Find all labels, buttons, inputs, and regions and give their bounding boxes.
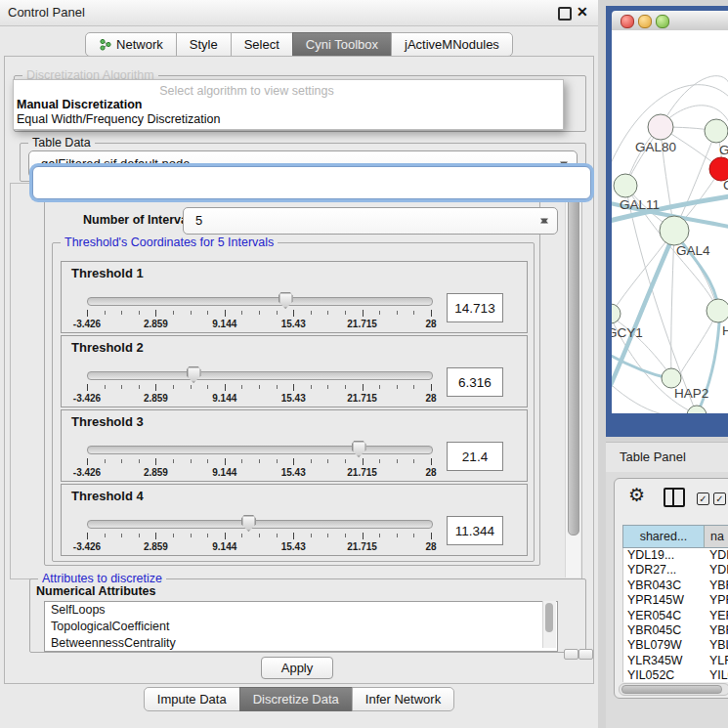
tick-mark: [173, 311, 174, 315]
tab-label: Cyni Toolbox: [306, 37, 378, 52]
table-row[interactable]: YLR345WYLR3: [623, 654, 728, 668]
tab-label: Network: [116, 37, 163, 52]
scroll-button[interactable]: [578, 649, 593, 660]
horizontal-scrollbar[interactable]: [619, 683, 728, 696]
column-header-shared-name[interactable]: shared...: [622, 525, 705, 548]
table-row[interactable]: YDL19...YDL1: [623, 548, 728, 563]
scale-label: 2.859: [144, 467, 168, 478]
cell-shared-name: YDR27...: [627, 563, 676, 578]
scale-label: -3.426: [73, 319, 101, 329]
threshold-value-input[interactable]: [447, 442, 503, 471]
network-node-hap2[interactable]: [662, 368, 681, 388]
table-row[interactable]: YBR043CYBR0: [623, 578, 728, 593]
minimize-traffic-light[interactable]: [638, 15, 652, 28]
tick-mark: [259, 459, 260, 463]
attribute-item-betweennesscentrality[interactable]: BetweennessCentrality: [45, 635, 557, 652]
tick-mark: [155, 384, 156, 391]
apply-button[interactable]: Apply: [261, 657, 333, 679]
slider-thumb[interactable]: [241, 515, 256, 532]
tab-jactivemnodules[interactable]: jActiveMNodules: [391, 32, 513, 57]
tab-select[interactable]: Select: [231, 32, 293, 57]
tick-mark: [413, 311, 414, 315]
list-scrollbar[interactable]: [542, 601, 556, 648]
threshold-label: Threshold 2: [71, 340, 144, 355]
tick-mark: [105, 385, 106, 389]
tab-style[interactable]: Style: [176, 32, 232, 57]
scrollbar-thumb[interactable]: [621, 685, 722, 694]
tick-mark: [225, 533, 226, 539]
threshold-label: Threshold 1: [71, 266, 144, 280]
attribute-item-selfloops[interactable]: SelfLoops: [45, 602, 557, 619]
table-row[interactable]: YDR27...YDR2: [623, 563, 728, 578]
threshold-value-input[interactable]: [447, 293, 503, 322]
threshold-value-input[interactable]: [447, 516, 503, 545]
slider-ticks: [87, 458, 431, 466]
zoom-traffic-light[interactable]: [656, 15, 669, 28]
tab-discretize-data[interactable]: Discretize Data: [239, 687, 353, 711]
network-node[interactable]: [687, 406, 707, 413]
scrollbar-thumb[interactable]: [545, 603, 553, 632]
algorithm-option-equal-width-frequency-discretization[interactable]: Equal Width/Frequency Discretization: [14, 112, 563, 127]
scroll-button[interactable]: [564, 649, 578, 660]
intervals-combobox[interactable]: 5: [183, 207, 558, 235]
checkbox-icon[interactable]: ✓: [697, 492, 709, 505]
scrollbar-thumb[interactable]: [568, 196, 579, 535]
checkbox-icon[interactable]: ✓: [713, 492, 726, 505]
tick-mark: [327, 385, 328, 389]
slider-thumb[interactable]: [352, 441, 366, 457]
tab-label: Impute Data: [157, 692, 227, 707]
network-node-ga[interactable]: [705, 119, 728, 143]
cell-shared-name: YBR045C: [627, 623, 681, 638]
slider-thumb[interactable]: [187, 366, 201, 383]
tick-mark: [173, 385, 174, 389]
tick-mark: [397, 311, 398, 315]
table-row[interactable]: YBL079WYBL0: [623, 638, 728, 653]
tick-mark: [379, 534, 380, 537]
float-window-icon[interactable]: [558, 7, 572, 21]
column-header-name[interactable]: na: [704, 525, 728, 548]
combo-spinner-icon: [540, 215, 548, 228]
close-traffic-light[interactable]: [621, 15, 634, 28]
tab-label: jActiveMNodules: [405, 37, 499, 52]
tick-mark: [259, 534, 260, 537]
threshold-slider[interactable]: -3.4262.8599.14415.4321.71528: [87, 289, 431, 330]
network-node-gcy1[interactable]: [612, 304, 621, 323]
tick-mark: [207, 311, 208, 315]
slider-thumb[interactable]: [278, 292, 293, 309]
popup-placeholder: Select algorithm to view settings: [14, 83, 563, 98]
columns-icon[interactable]: [664, 488, 685, 507]
tick-mark: [121, 311, 122, 315]
scale-label: 9.144: [212, 541, 236, 552]
network-node-h[interactable]: [707, 299, 728, 322]
tab-cyni-toolbox[interactable]: Cyni Toolbox: [292, 32, 392, 57]
control-panel: Control Panel ✕ NetworkStyleSelectCyni T…: [0, 0, 598, 728]
table-row[interactable]: YER054CYER0: [623, 609, 728, 623]
network-node-gal80[interactable]: [648, 114, 673, 140]
threshold-slider[interactable]: -3.4262.8599.14415.4321.71528: [87, 364, 431, 405]
network-node-gal11[interactable]: [614, 174, 637, 197]
network-node-gal4[interactable]: [660, 216, 689, 245]
threshold-slider[interactable]: -3.4262.8599.14415.4321.71528: [87, 438, 431, 479]
tick-mark: [173, 534, 174, 537]
tick-mark: [327, 459, 328, 463]
tab-network[interactable]: Network: [85, 32, 177, 57]
threshold-value-input[interactable]: [447, 367, 503, 397]
table-row[interactable]: YPR145WYPR1: [623, 593, 728, 608]
tick-mark: [259, 385, 260, 389]
vertical-scrollbar[interactable]: [565, 185, 580, 578]
close-icon[interactable]: ✕: [577, 4, 588, 20]
tick-mark: [293, 310, 294, 317]
algorithm-option-manual-discretization[interactable]: Manual Discretization: [14, 98, 563, 112]
table-row[interactable]: YBR045CYBR0: [623, 623, 728, 638]
tab-impute-data[interactable]: Impute Data: [144, 687, 240, 711]
tick-mark: [121, 385, 122, 389]
tab-infer-network[interactable]: Infer Network: [352, 687, 454, 711]
network-canvas[interactable]: GAL80GACGAL11GAL4GCY1HHAP2: [612, 30, 728, 413]
attribute-item-topologicalcoefficient[interactable]: TopologicalCoefficient: [45, 619, 557, 635]
threshold-slider[interactable]: -3.4262.8599.14415.4321.71528: [87, 512, 431, 553]
gear-icon[interactable]: ⚙: [628, 484, 645, 506]
table-row[interactable]: YIL052CYIL0: [623, 668, 728, 682]
numerical-attributes-list[interactable]: SelfLoopsTopologicalCoefficientBetweenne…: [44, 601, 558, 652]
algorithm-combobox[interactable]: [32, 166, 591, 199]
network-icon: [99, 38, 111, 51]
